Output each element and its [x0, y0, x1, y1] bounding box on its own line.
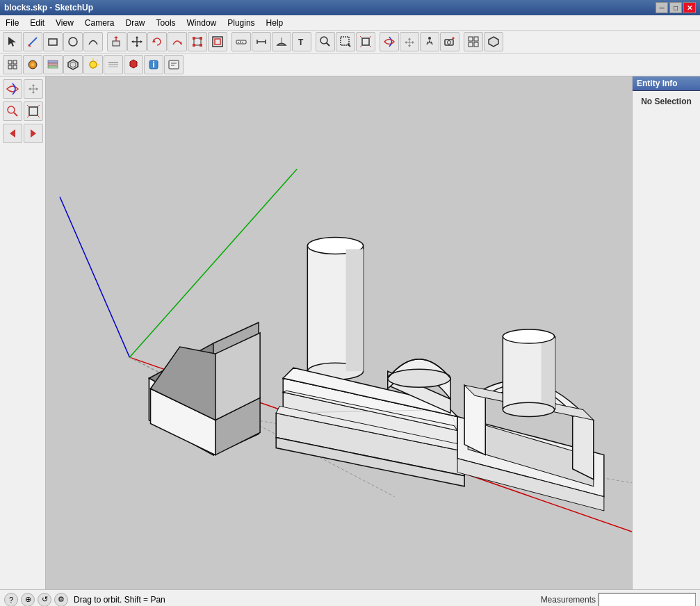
svg-rect-5 [113, 41, 120, 46]
menu-file[interactable]: File [0, 15, 24, 30]
zoom-tool-button[interactable] [316, 32, 335, 51]
svg-rect-19 [193, 44, 195, 47]
svg-marker-69 [130, 60, 137, 68]
svg-rect-50 [474, 42, 478, 47]
walk-button[interactable] [420, 32, 439, 51]
svg-marker-12 [131, 40, 133, 43]
maximize-button[interactable]: □ [669, 2, 682, 13]
materials-button[interactable] [23, 55, 42, 74]
text-tool-button[interactable]: T [292, 32, 311, 51]
status-icons: ? ⊕ ↺ ⚙ [4, 593, 68, 607]
push-pull-tool-button[interactable] [107, 32, 127, 51]
select-tool-button[interactable] [3, 32, 22, 51]
pan-left-button[interactable] [24, 79, 43, 99]
menu-window[interactable]: Window [181, 15, 222, 30]
circle-tool-button[interactable] [63, 32, 83, 51]
svg-line-79 [27, 105, 29, 107]
model-info-button[interactable] [144, 55, 163, 74]
ruby-console-button[interactable] [124, 55, 143, 74]
tape-measure-button[interactable] [231, 32, 251, 51]
menu-draw[interactable]: Draw [120, 15, 151, 30]
svg-point-72 [153, 61, 154, 63]
next-left-button[interactable] [24, 124, 43, 143]
close-button[interactable]: ✕ [683, 2, 696, 13]
protractor-tool-button[interactable] [272, 32, 291, 51]
rotate-tool-button[interactable] [147, 32, 167, 51]
viewport[interactable] [46, 76, 632, 589]
svg-marker-124 [573, 409, 594, 479]
menu-plugins[interactable]: Plugins [222, 15, 260, 30]
svg-point-45 [448, 41, 451, 44]
svg-marker-61 [70, 62, 76, 67]
svg-rect-78 [29, 107, 38, 115]
status-icon-1[interactable]: ? [4, 593, 18, 607]
standard-views-button[interactable] [464, 32, 483, 51]
scene-svg [46, 76, 632, 589]
svg-marker-51 [489, 37, 498, 47]
toolbar-area: T [0, 31, 700, 76]
svg-rect-17 [193, 37, 195, 40]
scale-tool-button[interactable] [188, 32, 207, 51]
svg-marker-10 [136, 36, 138, 38]
pencil-tool-button[interactable] [23, 32, 42, 51]
pan-button[interactable] [400, 32, 419, 51]
svg-line-82 [38, 115, 40, 117]
svg-rect-20 [200, 44, 202, 47]
zoom-left-button[interactable] [3, 101, 22, 121]
menu-view[interactable]: View [50, 15, 79, 30]
measurements-input[interactable] [599, 593, 696, 607]
zoom-extents-button[interactable] [356, 32, 375, 51]
svg-marker-0 [8, 37, 16, 47]
entity-info-no-selection: No Selection [633, 91, 700, 112]
status-bar: ? ⊕ ↺ ⚙ Drag to orbit. Shift = Pan Measu… [0, 589, 700, 606]
svg-line-40 [369, 45, 371, 47]
svg-rect-57 [48, 60, 58, 63]
prev-left-button[interactable] [3, 124, 22, 143]
svg-marker-84 [31, 129, 36, 138]
menu-help[interactable]: Help [261, 15, 289, 30]
zoom-extents-left-button[interactable] [24, 101, 43, 121]
svg-rect-36 [362, 38, 369, 45]
rectangle-tool-button[interactable] [43, 32, 63, 51]
dimension-tool-button[interactable] [252, 32, 271, 51]
svg-line-81 [27, 115, 29, 117]
fog-button[interactable] [104, 55, 123, 74]
svg-point-76 [8, 106, 15, 113]
svg-point-41 [428, 37, 431, 40]
svg-rect-3 [49, 39, 57, 45]
zoom-window-button[interactable] [336, 32, 355, 51]
svg-line-38 [369, 36, 371, 38]
svg-rect-54 [8, 65, 12, 69]
move-tool-button[interactable] [127, 32, 147, 51]
shadows-button[interactable] [83, 55, 103, 74]
minimize-button[interactable]: ─ [656, 2, 668, 13]
svg-rect-48 [474, 37, 478, 41]
main-area: Entity Info No Selection [0, 76, 700, 589]
menu-camera[interactable]: Camera [79, 15, 120, 30]
svg-rect-73 [169, 60, 179, 69]
status-icon-3[interactable]: ↺ [38, 593, 51, 607]
menu-edit[interactable]: Edit [24, 15, 50, 30]
arc-tool-button[interactable] [83, 32, 103, 51]
svg-line-39 [360, 45, 362, 47]
menu-tools[interactable]: Tools [151, 15, 181, 30]
toolbar-row1: T [0, 31, 700, 54]
entity-info-button[interactable] [164, 55, 184, 74]
svg-rect-52 [8, 60, 12, 64]
svg-rect-108 [346, 249, 364, 372]
status-icon-4[interactable]: ⚙ [54, 593, 68, 607]
layers-button[interactable] [43, 55, 63, 74]
components-button[interactable] [3, 55, 22, 74]
svg-line-42 [427, 42, 428, 44]
position-camera-button[interactable] [440, 32, 459, 51]
orbit-left-button[interactable] [3, 79, 22, 99]
orbit-button[interactable] [380, 32, 399, 51]
svg-marker-7 [114, 36, 118, 38]
offset-tool-button[interactable] [208, 32, 227, 51]
display-style-button[interactable] [484, 32, 503, 51]
measurements-area: Measurements [541, 593, 696, 607]
follow-me-tool-button[interactable] [168, 32, 187, 51]
svg-point-120 [388, 369, 450, 387]
status-icon-2[interactable]: ⊕ [21, 593, 35, 607]
styles-button[interactable] [63, 55, 83, 74]
